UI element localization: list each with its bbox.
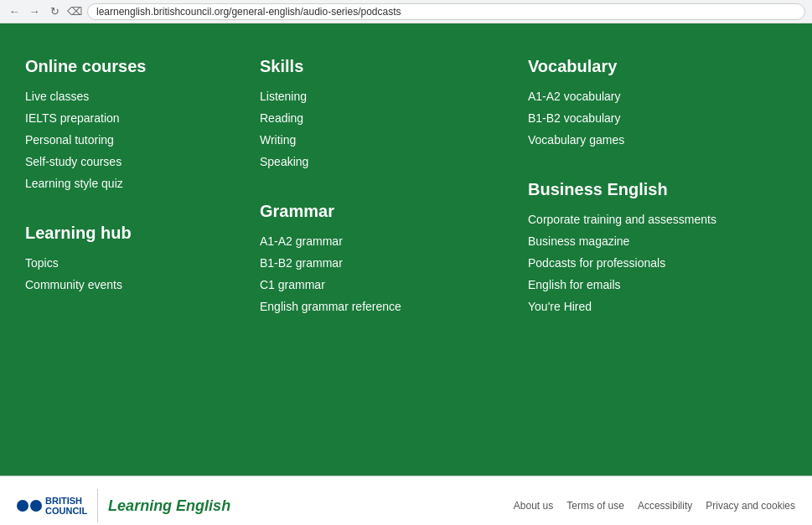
bc-text: BRITISHCOUNCIL bbox=[45, 496, 87, 516]
url-text: learnenglish.britishcouncil.org/general-… bbox=[96, 6, 401, 18]
col-3: Vocabulary A1-A2 vocabulary B1-B2 vocabu… bbox=[528, 57, 796, 322]
footer-links: About us Terms of use Accessibility Priv… bbox=[514, 500, 795, 512]
podcasts-professionals-link[interactable]: Podcasts for professionals bbox=[528, 256, 779, 270]
grammar-heading: Grammar bbox=[260, 202, 511, 221]
footer-logo: BRITISHCOUNCIL bbox=[17, 496, 87, 516]
english-emails-link[interactable]: English for emails bbox=[528, 278, 779, 291]
footer: BRITISHCOUNCIL Learning English About us… bbox=[0, 476, 812, 525]
online-courses-heading: Online courses bbox=[25, 57, 243, 76]
reading-link[interactable]: Reading bbox=[260, 111, 511, 125]
privacy-footer-link[interactable]: Privacy and cookies bbox=[706, 500, 795, 512]
community-events-link[interactable]: Community events bbox=[25, 278, 243, 291]
speaking-link[interactable]: Speaking bbox=[260, 155, 511, 168]
forward-button[interactable]: → bbox=[27, 4, 42, 19]
bc-circle-2 bbox=[30, 500, 42, 512]
topics-link[interactable]: Topics bbox=[25, 256, 243, 270]
browser-bar: ← → ↻ ⌫ learnenglish.britishcouncil.org/… bbox=[0, 0, 812, 23]
col-1: Online courses Live classes IELTS prepar… bbox=[25, 57, 260, 322]
main-content: Online courses Live classes IELTS prepar… bbox=[0, 23, 812, 476]
home-button[interactable]: ⌫ bbox=[67, 4, 82, 19]
bc-circles bbox=[17, 500, 42, 512]
url-bar[interactable]: learnenglish.britishcouncil.org/general-… bbox=[87, 3, 805, 20]
skills-heading: Skills bbox=[260, 57, 511, 76]
live-classes-link[interactable]: Live classes bbox=[25, 90, 243, 103]
menu-grid: Online courses Live classes IELTS prepar… bbox=[25, 57, 787, 322]
terms-footer-link[interactable]: Terms of use bbox=[566, 500, 624, 512]
youre-hired-link[interactable]: You're Hired bbox=[528, 300, 779, 313]
b1b2-vocab-link[interactable]: B1-B2 vocabulary bbox=[528, 111, 779, 125]
a1a2-vocab-link[interactable]: A1-A2 vocabulary bbox=[528, 90, 779, 103]
writing-link[interactable]: Writing bbox=[260, 133, 511, 147]
learning-style-quiz-link[interactable]: Learning style quiz bbox=[25, 177, 243, 190]
english-grammar-ref-link[interactable]: English grammar reference bbox=[260, 300, 511, 313]
business-english-heading: Business English bbox=[528, 180, 779, 199]
back-button[interactable]: ← bbox=[7, 4, 22, 19]
accessibility-footer-link[interactable]: Accessibility bbox=[638, 500, 692, 512]
listening-link[interactable]: Listening bbox=[260, 90, 511, 103]
vocabulary-heading: Vocabulary bbox=[528, 57, 779, 76]
footer-divider bbox=[97, 489, 98, 522]
c1-grammar-link[interactable]: C1 grammar bbox=[260, 278, 511, 291]
reload-button[interactable]: ↻ bbox=[47, 4, 62, 19]
vocab-games-link[interactable]: Vocabulary games bbox=[528, 133, 779, 147]
corporate-training-link[interactable]: Corporate training and assessments bbox=[528, 213, 779, 226]
bc-circle-1 bbox=[17, 500, 28, 512]
footer-brand: Learning English bbox=[108, 497, 230, 515]
about-us-footer-link[interactable]: About us bbox=[514, 500, 553, 512]
british-council-logo: BRITISHCOUNCIL bbox=[17, 496, 87, 516]
personal-tutoring-link[interactable]: Personal tutoring bbox=[25, 133, 243, 147]
col-2: Skills Listening Reading Writing Speakin… bbox=[260, 57, 528, 322]
b1b2-grammar-link[interactable]: B1-B2 grammar bbox=[260, 256, 511, 270]
ielts-prep-link[interactable]: IELTS preparation bbox=[25, 111, 243, 125]
business-magazine-link[interactable]: Business magazine bbox=[528, 234, 779, 248]
self-study-link[interactable]: Self-study courses bbox=[25, 155, 243, 168]
a1a2-grammar-link[interactable]: A1-A2 grammar bbox=[260, 234, 511, 248]
learning-hub-heading: Learning hub bbox=[25, 224, 243, 243]
